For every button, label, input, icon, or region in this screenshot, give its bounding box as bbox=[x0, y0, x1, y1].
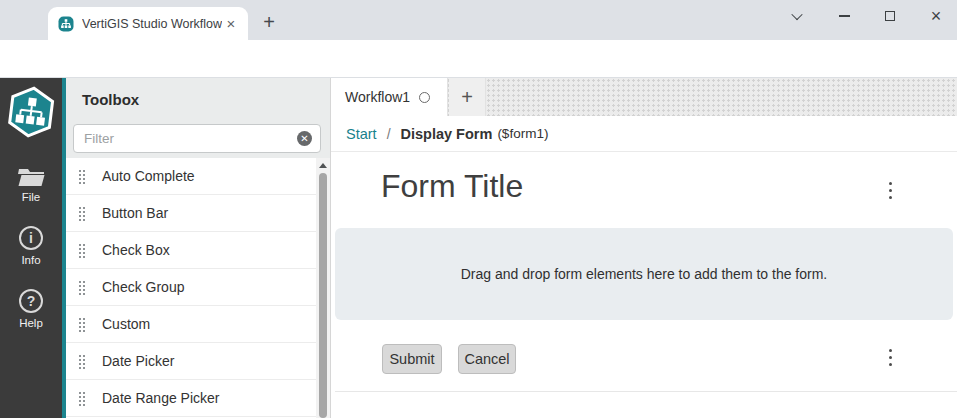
clear-filter-icon[interactable]: ✕ bbox=[297, 131, 312, 146]
drag-handle-icon[interactable] bbox=[78, 206, 86, 221]
dropzone-hint: Drag and drop form elements here to add … bbox=[461, 266, 828, 282]
submit-button[interactable]: Submit bbox=[382, 344, 442, 374]
browser-titlebar: VertiGIS Studio Workflow × + × bbox=[0, 0, 957, 40]
breadcrumb-current: Display Form bbox=[401, 126, 493, 142]
toolbox-item[interactable]: Date Picker bbox=[66, 343, 316, 380]
toolbox-item-label: Check Box bbox=[102, 242, 170, 258]
breadcrumb-current-ref: ($form1) bbox=[497, 126, 548, 141]
toolbox-item-label: Date Picker bbox=[102, 353, 174, 369]
toolbox-scrollbar[interactable] bbox=[316, 158, 330, 418]
new-tab-button[interactable]: + bbox=[256, 9, 282, 35]
app-page: File i Info ? Help Toolbox ✕ Auto Comp bbox=[0, 78, 957, 418]
info-icon: i bbox=[19, 226, 43, 250]
designer-main: Workflow1 + Start / Display Form ($form1… bbox=[330, 78, 957, 418]
toolbox-item-label: Custom bbox=[102, 316, 150, 332]
drag-handle-icon[interactable] bbox=[78, 354, 86, 369]
breadcrumb-start-link[interactable]: Start bbox=[346, 126, 377, 142]
drag-handle-icon[interactable] bbox=[78, 317, 86, 332]
form-title[interactable]: Form Title bbox=[381, 168, 523, 205]
form-title-menu-button[interactable] bbox=[885, 178, 896, 203]
tab-close-icon[interactable]: × bbox=[222, 15, 240, 33]
rail-item-file[interactable]: File bbox=[0, 166, 62, 203]
rail-item-help[interactable]: ? Help bbox=[0, 289, 62, 329]
maximize-icon bbox=[885, 11, 895, 21]
rail-item-label: File bbox=[0, 191, 62, 203]
window-maximize-button[interactable] bbox=[873, 1, 907, 31]
cancel-button[interactable]: Cancel bbox=[458, 344, 516, 374]
minimize-icon bbox=[839, 15, 850, 17]
toolbox-item[interactable]: Check Group bbox=[66, 269, 316, 306]
vertigis-workflow-logo bbox=[6, 85, 56, 145]
button-bar-menu-button[interactable] bbox=[885, 345, 896, 370]
workflow-tab[interactable]: Workflow1 bbox=[331, 78, 448, 116]
browser-window: VertiGIS Studio Workflow × + × ← → ⟳ ⌂ l… bbox=[0, 0, 957, 418]
rail-item-info[interactable]: i Info bbox=[0, 226, 62, 266]
toolbox-item[interactable]: Custom bbox=[66, 306, 316, 343]
scroll-up-icon[interactable] bbox=[319, 163, 327, 168]
left-rail: File i Info ? Help bbox=[0, 78, 62, 418]
browser-tab[interactable]: VertiGIS Studio Workflow × bbox=[48, 7, 248, 40]
window-minimize-button[interactable] bbox=[827, 1, 861, 31]
folder-icon bbox=[18, 166, 45, 187]
form-editor: Form Title Drag and drop form elements h… bbox=[331, 152, 957, 418]
window-chevron-button[interactable] bbox=[780, 1, 814, 31]
help-icon: ? bbox=[19, 289, 43, 313]
toolbox-item[interactable]: Button Bar bbox=[66, 195, 316, 232]
toolbox-item[interactable]: Auto Complete bbox=[66, 158, 316, 195]
workflow-tabbar: Workflow1 + bbox=[331, 78, 957, 116]
breadcrumb-separator: / bbox=[387, 126, 391, 142]
chevron-down-icon bbox=[791, 9, 802, 20]
toolbox-item[interactable]: Check Box bbox=[66, 232, 316, 269]
toolbox-item-label: Check Group bbox=[102, 279, 184, 295]
scrollbar-thumb[interactable] bbox=[319, 173, 327, 418]
browser-toolbar: ← → ⟳ ⌂ latitudegeo.apps.vertigisstudio.… bbox=[0, 40, 957, 78]
drag-handle-icon[interactable] bbox=[78, 243, 86, 258]
window-close-button[interactable]: × bbox=[919, 1, 953, 31]
drag-handle-icon[interactable] bbox=[78, 169, 86, 184]
breadcrumb: Start / Display Form ($form1) bbox=[331, 116, 957, 152]
filter-input[interactable] bbox=[74, 131, 297, 146]
workflow-tab-label: Workflow1 bbox=[345, 89, 410, 105]
toolbox-item-label: Auto Complete bbox=[102, 168, 195, 184]
form-section-divider bbox=[335, 391, 957, 392]
toolbox-panel: Toolbox ✕ Auto Complete Button Bar Check… bbox=[66, 78, 330, 418]
toolbox-item-label: Date Range Picker bbox=[102, 390, 220, 406]
browser-tab-title: VertiGIS Studio Workflow bbox=[82, 17, 222, 31]
form-dropzone[interactable]: Drag and drop form elements here to add … bbox=[335, 228, 953, 320]
toolbox-filter: ✕ bbox=[73, 124, 321, 153]
add-workflow-tab-button[interactable]: + bbox=[449, 78, 486, 116]
drag-handle-icon[interactable] bbox=[78, 391, 86, 406]
toolbox-item-label: Button Bar bbox=[102, 205, 168, 221]
rail-item-label: Help bbox=[0, 317, 62, 329]
unsaved-indicator-icon[interactable] bbox=[419, 92, 430, 103]
toolbox-list: Auto Complete Button Bar Check Box Check… bbox=[66, 158, 316, 418]
toolbox-title: Toolbox bbox=[82, 91, 139, 108]
toolbox-item[interactable]: Date Range Picker bbox=[66, 380, 316, 417]
rail-item-label: Info bbox=[0, 254, 62, 266]
drag-handle-icon[interactable] bbox=[78, 280, 86, 295]
vertigis-favicon-icon bbox=[58, 16, 74, 32]
